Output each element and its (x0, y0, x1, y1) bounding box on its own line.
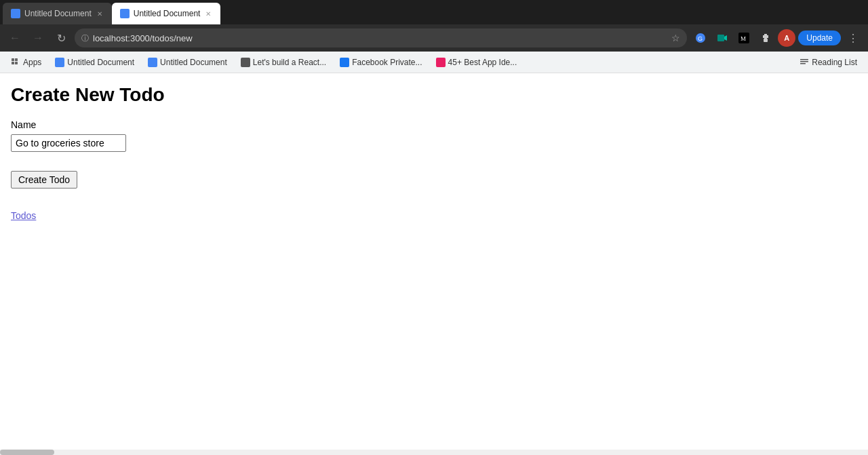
svg-rect-2 (717, 35, 724, 41)
name-input[interactable] (11, 134, 126, 152)
tab-2[interactable]: Untitled Document ✕ (112, 3, 221, 24)
create-todo-button[interactable]: Create Todo (11, 171, 77, 189)
lock-icon: ⓘ (81, 33, 89, 43)
svg-rect-8 (15, 58, 18, 61)
tab-1-label: Untitled Document (24, 9, 92, 18)
todos-link[interactable]: Todos (11, 210, 36, 221)
bookmark-apps[interactable]: Apps (5, 56, 47, 69)
address-bar[interactable]: ⓘ localhost:3000/todos/new ☆ (75, 28, 687, 47)
bm-doc2-favicon (148, 58, 157, 67)
svg-rect-7 (12, 58, 14, 61)
forward-button[interactable]: → (28, 28, 47, 47)
bm-fb-favicon (340, 58, 349, 67)
svg-marker-3 (724, 35, 727, 41)
bookmark-doc1-label: Untitled Document (67, 58, 134, 67)
svg-rect-12 (800, 61, 808, 62)
tab-1-favicon (11, 9, 20, 18)
svg-rect-10 (15, 62, 18, 64)
bookmark-doc1[interactable]: Untitled Document (50, 56, 140, 69)
reading-list[interactable]: Reading List (794, 56, 863, 69)
apps-grid-icon (11, 58, 20, 67)
svg-rect-13 (800, 63, 806, 64)
reading-list-icon (800, 58, 809, 67)
update-button[interactable]: Update (798, 31, 841, 45)
medium-icon[interactable]: M (734, 28, 753, 47)
address-bar-row: ← → ↻ ⓘ localhost:3000/todos/new ☆ G (0, 24, 868, 52)
bookmark-apps-label: Apps (23, 58, 41, 67)
tab-2-label: Untitled Document (134, 9, 201, 18)
back-button[interactable]: ← (5, 28, 24, 47)
bookmarks-bar: Apps Untitled Document Untitled Document… (0, 52, 868, 73)
google-icon[interactable]: G (691, 28, 710, 47)
url-text: localhost:3000/todos/new (93, 33, 667, 43)
bm-app-favicon (436, 58, 446, 67)
reading-list-label: Reading List (812, 58, 857, 67)
page-content: Create New Todo Name Create Todo Todos (0, 73, 868, 453)
avatar[interactable]: A (778, 29, 795, 47)
tab-bar: Untitled Document ✕ Untitled Document ✕ (0, 0, 868, 24)
toolbar-right: G M (691, 28, 863, 47)
tab-1-close[interactable]: ✕ (96, 9, 104, 19)
bm-react-favicon (241, 58, 250, 67)
bm-doc1-favicon (55, 58, 64, 67)
tab-2-favicon (120, 9, 130, 18)
page-title: Create New Todo (11, 84, 857, 106)
bottom-scrollbar[interactable] (0, 450, 868, 453)
browser-chrome: Untitled Document ✕ Untitled Document ✕ … (0, 0, 868, 73)
bookmark-doc2[interactable]: Untitled Document (142, 56, 233, 69)
tab-1[interactable]: Untitled Document ✕ (3, 3, 112, 24)
tab-2-close[interactable]: ✕ (204, 9, 212, 19)
bookmark-app-label: 45+ Best App Ide... (448, 58, 517, 67)
bookmark-star-icon[interactable]: ☆ (671, 33, 680, 43)
svg-rect-11 (800, 59, 808, 60)
bookmark-fb[interactable]: Facebook Private... (334, 56, 427, 69)
svg-rect-6 (764, 39, 768, 42)
scrollbar-thumb[interactable] (0, 450, 54, 453)
extensions-icon[interactable] (756, 28, 775, 47)
reload-button[interactable]: ↻ (52, 28, 71, 47)
svg-text:G: G (698, 35, 703, 42)
menu-icon[interactable]: ⋮ (844, 28, 863, 47)
meet-icon[interactable] (713, 28, 732, 47)
bookmark-react[interactable]: Let's build a React... (235, 56, 332, 69)
bookmark-react-label: Let's build a React... (253, 58, 326, 67)
name-label: Name (11, 119, 857, 130)
bookmark-doc2-label: Untitled Document (160, 58, 227, 67)
svg-text:M: M (741, 35, 746, 42)
svg-rect-9 (12, 62, 14, 64)
bookmark-app[interactable]: 45+ Best App Ide... (431, 56, 523, 69)
bookmark-fb-label: Facebook Private... (352, 58, 422, 67)
